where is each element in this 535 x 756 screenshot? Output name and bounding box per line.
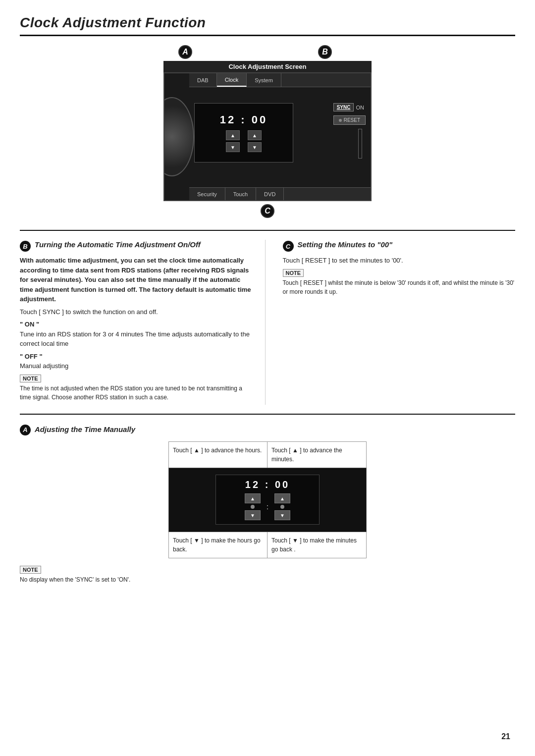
bottom-right-callout: Touch [ ▼ ] to make the minutes go back … [268, 532, 366, 558]
bracket-graphic [358, 129, 362, 159]
bottom-left-callout: Touch [ ▼ ] to make the hours go back. [169, 532, 268, 558]
clock-display-area: 12 : 00 ▲ ▼ ▲ ▼ [194, 103, 293, 162]
section-a: A Adjusting the Time Manually Touch [ ▲ … [20, 424, 515, 584]
minutes-down-btn[interactable]: ▼ [248, 142, 262, 152]
manual-hours-down[interactable]: ▼ [245, 510, 261, 520]
minutes-arrow-pair: ▲ ▼ [248, 130, 262, 152]
section-b-off-label: " OFF " [20, 352, 253, 362]
section-c-note-text: Touch [ RESET ] whilst the minute is bel… [283, 278, 516, 296]
clock-arrows: ▲ ▼ ▲ ▼ [226, 130, 262, 152]
section-c-badge: C [283, 241, 294, 252]
section-b-sync-instr: Touch [ SYNC ] to switch the function on… [20, 307, 253, 317]
section-a-note-text: No display when the 'SYNC' is set to 'ON… [20, 575, 515, 584]
section-a-title: Adjusting the Time Manually [35, 425, 135, 434]
reset-label: RESET [344, 117, 360, 123]
screen-menu-bar: DAB Clock System [189, 73, 371, 87]
manual-minutes-down[interactable]: ▼ [274, 510, 290, 520]
manual-hours-up[interactable]: ▲ [245, 493, 261, 503]
section-b-off-text: Manual adjusting [20, 361, 253, 371]
manual-clock-inner: 12 : 00 ▲ ▼ : ▲ ▼ [215, 475, 320, 525]
menu-clock: Clock [217, 73, 247, 87]
section-c-col: C Setting the Minutes to "00" Touch [ RE… [280, 240, 516, 405]
manual-minutes-pair: ▲ ▼ [274, 493, 290, 520]
page-title: Clock Adjustment Function [20, 15, 515, 31]
clock-screen-label: Clock Adjustment Screen [163, 61, 372, 72]
section-c-header: C Setting the Minutes to "00" [283, 240, 516, 252]
section-a-note-box: NOTE [20, 566, 41, 574]
sync-reset-area: SYNC ON RESET [333, 103, 366, 159]
menu-security: Security [189, 188, 225, 200]
manual-minutes-up[interactable]: ▲ [274, 493, 290, 503]
manual-adj-diagram: Touch [ ▲ ] to advance the hours. Touch … [20, 441, 515, 558]
section-divider-2 [20, 414, 515, 415]
clock-time-display: 12 : 00 [220, 113, 268, 126]
menu-system: System [247, 73, 281, 87]
minutes-indicator-dot [280, 505, 284, 509]
reset-dot-icon [339, 119, 342, 122]
manual-hours-pair: ▲ ▼ [245, 493, 261, 520]
section-divider-1 [20, 230, 515, 231]
callout-a-badge: A [178, 45, 192, 59]
section-c-instruction: Touch [ RESET ] to set the minutes to '0… [283, 256, 516, 266]
screen-bottom-bar: Security Touch DVD [189, 187, 371, 200]
section-a-header: A Adjusting the Time Manually [20, 424, 515, 435]
section-b-note-box: NOTE [20, 375, 41, 382]
manual-clock-time: 12 : 00 [245, 479, 290, 490]
title-divider [20, 35, 515, 36]
callout-c-badge: C [261, 204, 274, 218]
manual-colon-separator: : [267, 503, 268, 511]
menu-dvd: DVD [256, 188, 284, 200]
clock-screen-inner: DAB Clock System 12 : 00 ▲ ▼ ▲ ▼ [163, 72, 372, 201]
hours-indicator-dot [251, 505, 255, 509]
manual-clock-display: 12 : 00 ▲ ▼ : ▲ ▼ [168, 468, 367, 532]
reset-button[interactable]: RESET [333, 115, 366, 125]
section-b-intro: With automatic time adjustment, you can … [20, 256, 253, 304]
section-b-col: B Turning the Automatic Time Adjustment … [20, 240, 266, 405]
section-b-on-text: Tune into an RDS station for 3 or 4 minu… [20, 329, 253, 349]
hours-arrow-pair: ▲ ▼ [226, 130, 240, 152]
sync-button[interactable]: SYNC [333, 103, 354, 111]
section-b-badge: B [20, 241, 31, 252]
hours-up-btn[interactable]: ▲ [226, 130, 240, 140]
sync-value: ON [356, 105, 364, 110]
page-number: 21 [501, 732, 510, 741]
section-c-note-box: NOTE [283, 269, 304, 277]
section-b-title: Turning the Automatic Time Adjustment On… [35, 240, 201, 250]
minutes-up-btn[interactable]: ▲ [248, 130, 262, 140]
manual-arrows-row: ▲ ▼ : ▲ ▼ [245, 493, 290, 520]
menu-touch: Touch [225, 188, 256, 200]
two-col-section: B Turning the Automatic Time Adjustment … [20, 240, 515, 405]
speaker-graphic [163, 97, 194, 176]
section-a-note-container: NOTE No display when the 'SYNC' is set t… [20, 565, 515, 584]
top-left-callout: Touch [ ▲ ] to advance the hours. [169, 442, 268, 468]
section-b-header: B Turning the Automatic Time Adjustment … [20, 240, 253, 252]
section-b-note-text: The time is not adjusted when the RDS st… [20, 384, 253, 402]
section-c-title: Setting the Minutes to "00" [298, 240, 393, 250]
clock-screen-diagram: A B Clock Adjustment Screen DAB Clock Sy… [20, 45, 515, 218]
callout-b-badge: B [318, 45, 332, 59]
sync-row: SYNC ON [333, 103, 364, 111]
menu-dab: DAB [189, 73, 217, 87]
section-b-on-label: " ON " [20, 320, 253, 329]
section-a-badge: A [20, 425, 31, 435]
top-right-callout: Touch [ ▲ ] to advance the minutes. [268, 442, 366, 468]
hours-down-btn[interactable]: ▼ [226, 142, 240, 152]
